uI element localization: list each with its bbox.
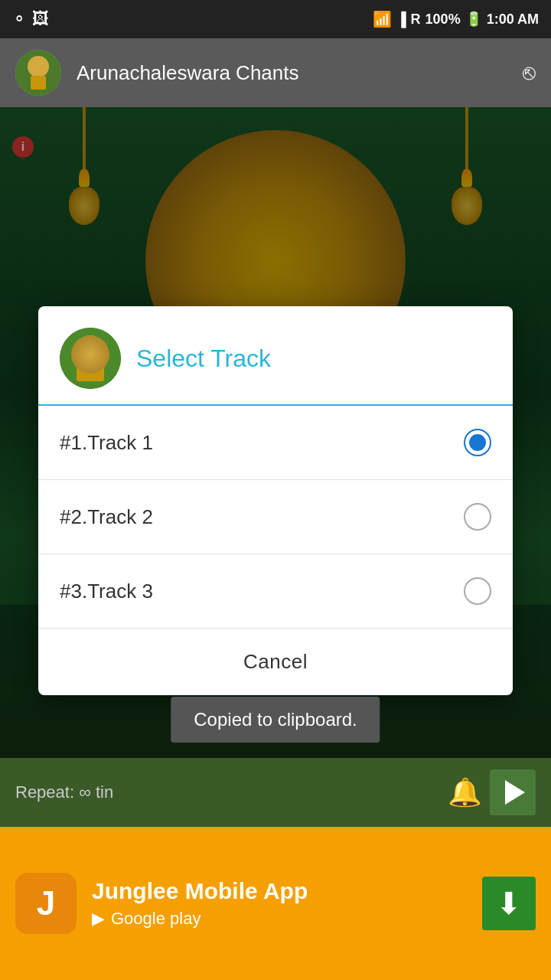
cancel-button[interactable]: Cancel [38, 629, 513, 695]
play-triangle-icon [505, 780, 525, 805]
google-play-logo-icon: ▶ [92, 909, 105, 929]
svg-rect-2 [31, 76, 46, 90]
download-icon: ⬇ [496, 886, 522, 921]
ad-subtitle: ▶ Google play [92, 909, 467, 929]
svg-point-6 [84, 340, 96, 355]
toast-message: Copied to clipboard. [171, 697, 380, 743]
network-icon: R [411, 11, 421, 28]
wifi-icon: 📶 [373, 10, 392, 28]
svg-point-1 [28, 56, 49, 77]
track-3-radio[interactable] [464, 577, 491, 605]
play-button[interactable] [490, 769, 536, 815]
track-2-label: #2.Track 2 [60, 505, 153, 529]
track-1-label: #1.Track 1 [60, 431, 153, 455]
ad-app-icon: J [15, 873, 77, 934]
player-bar: Repeat: ∞ tin 🔔 [0, 758, 551, 827]
ad-content: Junglee Mobile App ▶ Google play [92, 878, 467, 929]
dialog-title: Select Track [136, 345, 271, 373]
status-left-icons: ⚬ 🖼 [12, 9, 49, 29]
app-avatar [15, 50, 61, 96]
repeat-text: Repeat: ∞ tin [15, 782, 440, 802]
status-bar: ⚬ 🖼 📶 ▐ R 100% 🔋 1:00 AM [0, 0, 551, 38]
junglee-letter-icon: J [37, 884, 55, 923]
battery-icon: 100% [425, 11, 461, 28]
track-1-radio[interactable] [464, 429, 491, 456]
signal-icon: ▐ [396, 11, 406, 28]
photo-icon: 🖼 [32, 9, 49, 29]
track-2-radio[interactable] [464, 503, 491, 531]
track-item-3[interactable]: #3.Track 3 [38, 554, 513, 629]
track-item-2[interactable]: #2.Track 2 [38, 480, 513, 554]
ad-sub-text: Google play [111, 909, 201, 929]
bell-icon[interactable]: 🔔 [448, 776, 482, 808]
app-bar: Arunachaleswara Chants ⎋ [0, 38, 551, 107]
app-title: Arunachaleswara Chants [77, 61, 507, 85]
ad-download-button[interactable]: ⬇ [482, 877, 536, 930]
ad-banner[interactable]: J Junglee Mobile App ▶ Google play ⬇ [0, 827, 551, 980]
track-item-1[interactable]: #1.Track 1 [38, 406, 513, 480]
svg-rect-5 [77, 361, 104, 381]
svg-point-4 [77, 335, 104, 363]
dialog-header: Select Track [38, 306, 513, 406]
status-right-icons: 📶 ▐ R 100% 🔋 1:00 AM [373, 10, 539, 28]
ad-title: Junglee Mobile App [92, 878, 467, 904]
dialog-avatar [60, 328, 121, 389]
track-3-label: #3.Track 3 [60, 580, 153, 603]
time-display: 1:00 AM [487, 11, 539, 28]
share-icon[interactable]: ⎋ [523, 60, 536, 85]
battery-full-icon: 🔋 [465, 11, 482, 28]
select-track-dialog: Select Track #1.Track 1 #2.Track 2 #3.Tr… [38, 306, 513, 695]
swiftkey-icon: ⚬ [12, 9, 26, 29]
